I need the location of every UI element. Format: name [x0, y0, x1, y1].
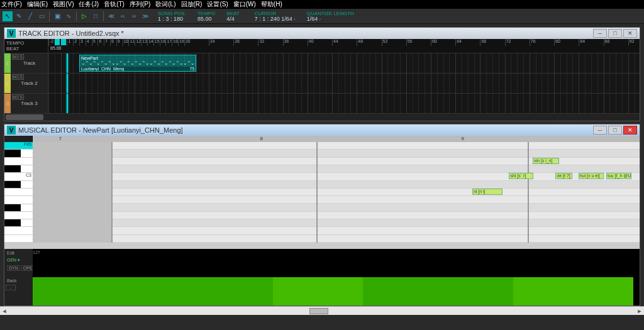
note[interactable]: tou [t_h @U]	[606, 173, 631, 179]
piano-key[interactable]	[4, 212, 33, 219]
param-edit-label: Edit	[6, 250, 16, 256]
track-editor-titlebar[interactable]: V TRACK EDITOR - Untitled2.vsqx * ─ □ ✕	[4, 28, 640, 39]
track-timeline-ruler[interactable]: -2-1012345678910111213141516171819202428…	[48, 39, 640, 53]
solo-button[interactable]: S	[18, 54, 24, 60]
solo-button[interactable]: S	[18, 94, 24, 100]
parameter-graph[interactable]: 127	[33, 249, 640, 305]
piano-key[interactable]	[4, 165, 33, 173]
piano-roll-mid-scroll[interactable]	[4, 243, 640, 249]
forward-end-button[interactable]: ≫	[140, 11, 150, 21]
pencil-tool[interactable]: ✎	[14, 11, 24, 21]
track-name: Track 3	[21, 101, 37, 106]
close-button[interactable]: ✕	[623, 29, 637, 38]
main-menubar: 文件(F)编辑(E)视图(V)任务(J)音轨(T)序列(P)歌词(L)回放(R)…	[0, 0, 644, 9]
scroll-left-button[interactable]: ◄	[0, 308, 9, 314]
menu-item[interactable]: 设置(S)	[207, 0, 228, 9]
app-icon: V	[7, 29, 16, 38]
eraser-tool[interactable]: ▭	[36, 11, 47, 21]
maximize-button[interactable]: □	[608, 126, 622, 135]
menu-item[interactable]: 回放(R)	[181, 0, 203, 9]
main-toolbar: ↖ ✎ ╱ ▭ ▣ ∿ ▷ □ ≪ ‹‹ ›› ≫ SONG POS.1 : 3…	[0, 9, 644, 24]
param-scale-top: 127	[33, 250, 40, 255]
track-lane[interactable]	[48, 74, 640, 93]
track-row: 1MSTrackNewPart⌄⌃⌄⌃⌄⌃⌄⌃⌄⌄⌃⌄⌃⌄⌃⌄⌃⌄⌄⌃⌄⌃⌄⌃⌄…	[4, 53, 640, 73]
piano-key[interactable]	[4, 219, 33, 227]
musical-editor-titlebar[interactable]: V MUSICAL EDITOR - NewPart [Luotianyi_CH…	[4, 124, 640, 136]
note[interactable]: ni [n i]	[472, 189, 502, 195]
mute-button[interactable]: M	[12, 94, 18, 100]
piano-roll-area[interactable]: shi [s` r]xin [s i_n]ni [n i]de [t 7]hui…	[33, 142, 640, 243]
part-singer: Luotianyi_CHN_Meng	[81, 67, 124, 71]
track-header[interactable]: MSTrack	[11, 53, 48, 73]
pre-measure-area	[33, 142, 111, 243]
note[interactable]: hui [x u ei]	[579, 173, 604, 179]
track-number[interactable]: 3	[4, 94, 11, 113]
minimize-button[interactable]: ─	[593, 126, 607, 135]
scrollbar-thumb[interactable]	[6, 114, 43, 120]
track-name: Track 2	[21, 80, 37, 86]
menu-item[interactable]: 歌词(L)	[155, 0, 175, 9]
track-lane[interactable]: NewPart⌄⌃⌄⌃⌄⌃⌄⌃⌄⌄⌃⌄⌃⌄⌃⌄⌃⌄⌄⌃⌄⌃⌄⌃⌄⌃⌄⌄⌃⌄⌃⌄⌃…	[48, 53, 640, 73]
minimize-button[interactable]: ─	[593, 29, 607, 38]
playhead[interactable]	[67, 94, 68, 113]
track-lane[interactable]	[48, 94, 640, 113]
piano-keys[interactable]: F#3C3	[4, 142, 33, 243]
piano-key[interactable]	[4, 235, 33, 243]
piano-key[interactable]	[4, 150, 33, 157]
track-editor-window: V TRACK EDITOR - Untitled2.vsqx * ─ □ ✕ …	[4, 27, 640, 121]
ruler-bar-number: 7	[59, 136, 62, 141]
menu-item[interactable]: 帮助(H)	[261, 0, 282, 9]
track-header[interactable]: MSTrack 3	[11, 94, 48, 113]
piano-key[interactable]	[4, 204, 33, 212]
rewind-button[interactable]: ‹‹	[118, 11, 128, 21]
piano-roll-ruler[interactable]: 789	[33, 136, 640, 142]
rewind-start-button[interactable]: ≪	[106, 11, 116, 21]
note[interactable]: de [t 7]	[555, 173, 572, 179]
track-h-scrollbar[interactable]	[4, 113, 640, 121]
menu-item[interactable]: 文件(F)	[1, 0, 22, 9]
note[interactable]: shi [s` r]	[509, 173, 533, 179]
playhead[interactable]	[67, 74, 68, 93]
param-dyn-button[interactable]: DYN	[7, 265, 20, 271]
piano-key[interactable]	[4, 196, 33, 204]
line-tool[interactable]: ╱	[25, 11, 35, 21]
menu-item[interactable]: 音轨(T)	[104, 0, 125, 9]
piano-key[interactable]	[4, 181, 33, 189]
piano-key[interactable]	[4, 227, 33, 234]
track-number[interactable]: 1	[4, 53, 11, 73]
ruler-bar-number: 9	[462, 136, 464, 141]
track-part[interactable]: NewPart⌄⌃⌄⌃⌄⌃⌄⌃⌄⌄⌃⌄⌃⌄⌃⌄⌃⌄⌄⌃⌄⌃⌄⌃⌄⌃⌄⌄⌃⌄⌃⌄⌃…	[79, 55, 196, 72]
solo-button[interactable]: S	[18, 74, 24, 80]
note[interactable]: xin [s i_n]	[533, 158, 559, 164]
piano-key[interactable]	[4, 189, 33, 196]
scroll-right-button[interactable]: ►	[635, 308, 644, 314]
curve-tool[interactable]: ∿	[64, 11, 74, 21]
param-back-dropdown[interactable]: -	[6, 285, 16, 290]
track-row: 2MSTrack 2	[4, 73, 640, 93]
menu-item[interactable]: 任务(J)	[79, 0, 99, 9]
play-button[interactable]: ▷	[79, 11, 89, 21]
part-name: NewPart	[81, 56, 194, 60]
track-header[interactable]: MSTrack 2	[11, 74, 48, 93]
maximize-button[interactable]: □	[608, 29, 622, 38]
pointer-tool[interactable]: ↖	[3, 11, 13, 21]
param-gen-button[interactable]: GEN ▾	[6, 257, 21, 263]
menu-item[interactable]: 序列(P)	[130, 0, 150, 9]
forward-button[interactable]: ››	[129, 11, 139, 21]
stop-button[interactable]: □	[91, 11, 101, 21]
menu-item[interactable]: 视图(V)	[53, 0, 74, 9]
close-button[interactable]: ✕	[623, 126, 637, 135]
scrollbar-thumb[interactable]	[309, 308, 328, 314]
mode-tool[interactable]: ▣	[52, 11, 62, 21]
piano-key[interactable]: F#3	[4, 142, 33, 150]
piano-key[interactable]	[4, 158, 33, 165]
global-h-scrollbar[interactable]: ◄ ►	[0, 306, 644, 315]
menu-item[interactable]: 编辑(E)	[27, 0, 48, 9]
track-number[interactable]: 2	[4, 74, 11, 93]
playhead[interactable]	[67, 53, 68, 73]
menu-item[interactable]: 窗口(W)	[233, 0, 256, 9]
mute-button[interactable]: M	[12, 74, 18, 80]
mute-button[interactable]: M	[12, 54, 18, 60]
beat-value: 4/4	[226, 16, 239, 22]
piano-key[interactable]: C3	[4, 173, 33, 180]
